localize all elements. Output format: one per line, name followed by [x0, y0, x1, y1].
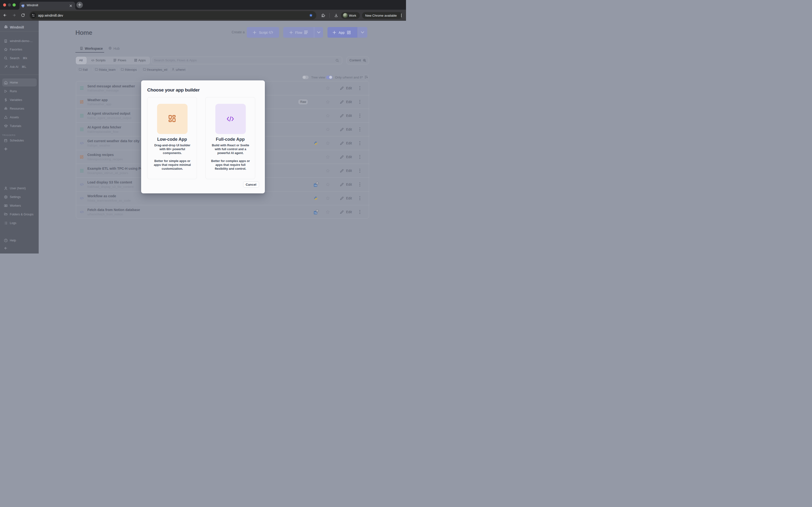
svg-text:TS: TS: [314, 184, 317, 187]
svg-text:TS: TS: [314, 212, 317, 214]
